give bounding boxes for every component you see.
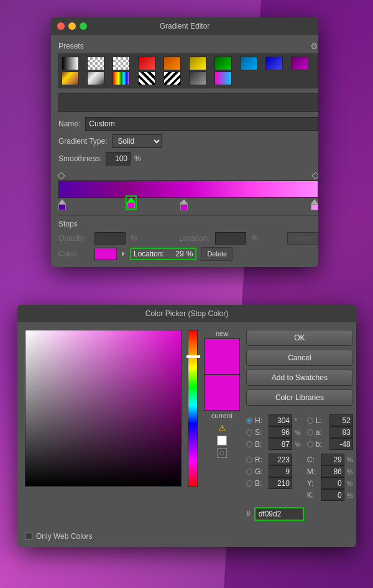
b3-radio[interactable] [307, 441, 313, 447]
y-label: Y: [307, 479, 318, 488]
s-unit: % [295, 429, 301, 436]
s-radio[interactable] [246, 429, 252, 436]
maximize-button[interactable] [80, 22, 87, 30]
g-input[interactable] [269, 465, 292, 477]
stops-section: Stops Opacity: % Location: % Delete Colo… [58, 215, 318, 261]
name-input[interactable] [85, 117, 318, 131]
location-input-active[interactable] [167, 250, 184, 258]
b2-input[interactable] [269, 477, 292, 489]
r-radio[interactable] [246, 457, 252, 463]
preset-orange[interactable] [163, 57, 181, 70]
preset-white-trans[interactable] [113, 57, 130, 70]
b2-radio[interactable] [246, 480, 252, 487]
l-input[interactable] [329, 414, 353, 426]
cube-icon[interactable]: ⬡ [217, 448, 227, 458]
preset-reverse-stripe[interactable] [163, 72, 181, 85]
a-input[interactable] [329, 426, 353, 438]
color-stop-right[interactable] [311, 199, 318, 210]
preset-gray[interactable] [189, 72, 206, 85]
preset-violet[interactable] [291, 57, 308, 70]
smoothness-label: Smoothness: [58, 154, 102, 163]
gradient-type-row: Gradient Type: Solid Noise [58, 134, 318, 148]
preset-black-trans[interactable] [87, 57, 104, 70]
smoothness-input[interactable] [106, 152, 131, 166]
gradient-bar[interactable] [58, 180, 318, 198]
web-color-icon[interactable] [217, 436, 227, 446]
hue-slider[interactable] [188, 330, 198, 487]
delete-button-1[interactable]: Delete [287, 232, 318, 245]
hue-cursor [186, 355, 200, 358]
color-stop-mid[interactable] [180, 199, 188, 210]
h-radio[interactable] [246, 418, 252, 424]
m-input[interactable] [321, 465, 344, 477]
y-input[interactable] [321, 477, 344, 489]
r-input[interactable] [269, 454, 292, 465]
add-swatches-button[interactable]: Add to Swatches [246, 370, 353, 386]
location-field-active: Location: % [130, 248, 196, 260]
b-label: B: [255, 440, 266, 449]
warning-icon[interactable]: ⚠ [217, 423, 227, 433]
preset-black-white[interactable] [62, 57, 79, 70]
preset-cyan[interactable] [240, 57, 257, 70]
gradient-editor-titlebar: Gradient Editor [51, 17, 318, 35]
preset-copper[interactable] [62, 72, 79, 85]
h-label: H: [255, 416, 266, 425]
color-libraries-button[interactable]: Color Libraries [246, 390, 353, 406]
preset-blue[interactable] [265, 57, 283, 70]
color-picker-titlebar: Color Picker (Stop Color) [17, 305, 356, 322]
web-colors-checkbox[interactable] [25, 533, 32, 540]
minimize-button[interactable] [68, 22, 76, 30]
preset-red[interactable] [138, 57, 155, 70]
b3-input[interactable] [329, 438, 353, 450]
presets-grid [58, 54, 318, 88]
preset-chrome[interactable] [87, 72, 104, 85]
s-field-row: S: % [246, 426, 301, 438]
c-field-row: C: % [307, 454, 353, 465]
smoothness-row: Smoothness: % [58, 152, 318, 166]
k-input[interactable] [321, 489, 344, 501]
color-swatch-btn[interactable] [94, 248, 117, 260]
close-button[interactable] [57, 22, 65, 30]
hsb-rgb-col: H: ° S: % B: % [246, 414, 301, 501]
color-stop-selected[interactable] [126, 195, 137, 210]
b-radio[interactable] [246, 441, 252, 447]
cp-ok-button[interactable]: OK [246, 330, 353, 346]
stop-color-right [311, 204, 318, 210]
h-input[interactable] [269, 414, 292, 426]
preview-column: new current ⚠ ⬡ [204, 330, 240, 458]
preset-yellow[interactable] [189, 57, 206, 70]
delete-button-active[interactable]: Delete [201, 247, 233, 261]
percent-label: % [131, 234, 162, 243]
cp-cancel-button[interactable]: Cancel [246, 350, 353, 366]
location-label-active: Location: [134, 250, 164, 258]
opacity-input [94, 232, 126, 245]
k-label: K: [307, 491, 318, 500]
hex-input[interactable] [254, 507, 304, 521]
a-label: a: [316, 428, 327, 437]
g-radio[interactable] [246, 469, 252, 475]
web-colors-row: Only Web Colors [17, 532, 356, 547]
opacity-stop-left[interactable] [57, 172, 65, 180]
preset-pink-cyan[interactable] [214, 72, 232, 85]
preset-diagonal-stripe[interactable] [138, 72, 155, 85]
gradient-type-select[interactable]: Solid Noise [113, 134, 162, 148]
color-stop-0[interactable] [58, 199, 66, 210]
l-radio[interactable] [307, 418, 313, 424]
s-input[interactable] [269, 426, 292, 438]
stop-arrow-mid [180, 199, 188, 204]
a-radio[interactable] [307, 429, 313, 436]
b-input[interactable] [269, 438, 292, 450]
c-input[interactable] [321, 454, 344, 465]
saturation-value-picker[interactable] [25, 330, 182, 487]
preset-green[interactable] [214, 57, 232, 70]
preset-rainbow[interactable] [113, 72, 130, 85]
presets-header: Presets ⚙ [58, 41, 318, 51]
color-picker-body: new current ⚠ ⬡ OK Cancel Add to Swatche… [17, 322, 356, 528]
gradient-area [58, 170, 318, 210]
color-swatch-arrow-icon[interactable] [122, 251, 125, 256]
color-picker-right: OK Cancel Add to Swatches Color Librarie… [246, 330, 353, 521]
opacity-stop-right[interactable] [311, 172, 318, 180]
smoothness-percent: % [134, 154, 141, 163]
stop-arrow-0 [58, 199, 66, 204]
gear-icon[interactable]: ⚙ [310, 41, 318, 51]
